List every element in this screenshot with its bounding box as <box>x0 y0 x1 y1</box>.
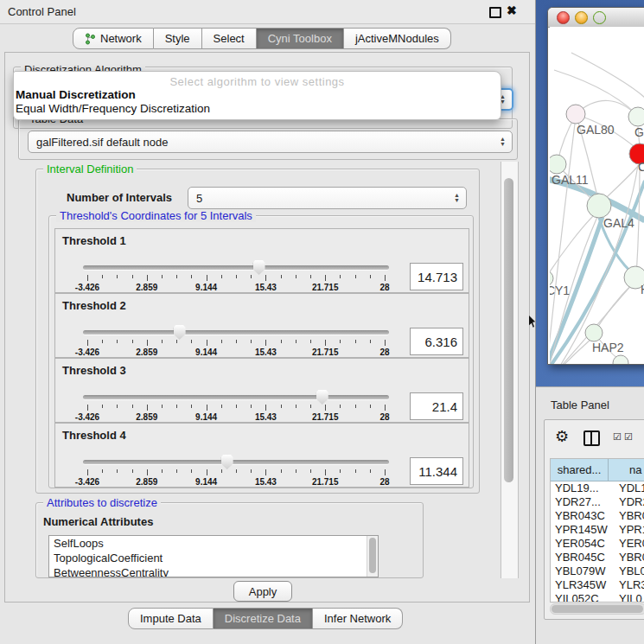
slider-track[interactable] <box>83 265 389 270</box>
threshold-value-input[interactable]: 14.713 <box>410 263 463 290</box>
tick-label: 2.859 <box>136 412 157 422</box>
dropdown-item-equal-width[interactable]: Equal Width/Frequency Discretization <box>16 102 210 115</box>
network-node-label: G <box>634 125 644 139</box>
table-panel-body: ⚙ ☑ ☑ shared...na YDL19...YDL1YDR27...YD… <box>544 419 644 620</box>
table-cell[interactable]: YDL1 <box>612 481 644 495</box>
table-cell[interactable]: YIL052C <box>551 592 612 603</box>
network-node[interactable] <box>587 194 611 218</box>
slider-tick-labels: -3.4262.8599.14415.4321.71528 <box>87 412 385 422</box>
column-header[interactable]: shared... <box>551 459 609 481</box>
tab-infer-network[interactable]: Infer Network <box>313 608 403 629</box>
table-cell[interactable]: YER054C <box>551 537 612 551</box>
tick-label: 15.43 <box>255 283 277 292</box>
table-row[interactable]: YPR145WYPR1 <box>551 523 644 537</box>
table-cell[interactable]: YLR345W <box>551 578 612 592</box>
table-cell[interactable]: YBR043C <box>551 509 612 523</box>
table-cell[interactable]: YLR3 <box>612 578 644 592</box>
tab-cyni-toolbox[interactable]: Cyni Toolbox <box>257 28 344 49</box>
application-window: Control Panel ✖ Network Style Select Cyn… <box>0 0 644 644</box>
table-row[interactable]: YDR27...YDR2 <box>551 495 644 509</box>
tick-label: 28 <box>379 477 389 487</box>
zoom-traffic-light[interactable] <box>593 11 606 24</box>
column-header[interactable]: na <box>609 459 644 481</box>
table-cell[interactable]: YER0 <box>612 537 644 551</box>
tab-select[interactable]: Select <box>202 28 257 49</box>
table-data-combobox[interactable]: galFiltered.sif default node ▲▼ <box>28 131 513 153</box>
tick-label: 9.144 <box>195 283 217 292</box>
horizontal-scrollbar-thumb[interactable] <box>552 605 643 613</box>
dropdown-item-manual[interactable]: Manual Discretization <box>16 88 136 101</box>
table-row[interactable]: YBR045CYBR0 <box>551 551 644 564</box>
close-traffic-light[interactable] <box>557 11 570 24</box>
network-node[interactable] <box>628 107 644 126</box>
table-cell[interactable]: YBL0 <box>612 564 644 578</box>
vertical-scrollbar-thumb[interactable] <box>504 178 513 482</box>
apply-button[interactable]: Apply <box>233 581 292 602</box>
network-node[interactable] <box>550 155 566 174</box>
slider-track[interactable] <box>83 395 389 399</box>
table-cell[interactable]: YBR045C <box>551 551 612 564</box>
network-node[interactable] <box>585 324 603 341</box>
slider-thumb[interactable] <box>253 260 265 275</box>
table-cell[interactable]: YBR0 <box>612 509 644 523</box>
attribute-list-item[interactable]: SelfLoops <box>49 536 378 551</box>
slider-track[interactable] <box>83 460 389 464</box>
table-cell[interactable]: YPR1 <box>612 523 644 537</box>
table-cell[interactable]: YBR0 <box>612 551 644 564</box>
algorithm-dropdown-popup: Select algorithm to view settings Manual… <box>13 71 501 120</box>
horizontal-scrollbar[interactable] <box>550 603 644 615</box>
tick-label: -3.426 <box>75 477 99 487</box>
gear-icon[interactable]: ⚙ <box>555 427 569 446</box>
tab-jactivemnodules[interactable]: jActiveMNodules <box>344 28 451 49</box>
combo-arrows-icon: ▲▼ <box>500 131 506 152</box>
network-window-titlebar[interactable] <box>548 8 644 28</box>
vertical-scrollbar[interactable] <box>501 162 519 578</box>
table-cell[interactable]: YIL0 <box>612 592 644 603</box>
table-cell[interactable]: YDR2 <box>612 495 644 509</box>
tab-discretize-data[interactable]: Discretize Data <box>214 608 313 629</box>
tab-network[interactable]: Network <box>73 28 154 49</box>
checkbox-icon[interactable]: ☑ <box>624 431 633 443</box>
table-cell[interactable]: YBL079W <box>551 564 612 578</box>
bottom-tab-bar: Impute Data Discretize Data Infer Networ… <box>128 608 403 629</box>
table-panel-title: Table Panel <box>551 399 609 411</box>
table-cell[interactable]: YDL19... <box>551 481 612 495</box>
split-columns-icon[interactable] <box>583 430 600 446</box>
table-row[interactable]: YLR345WYLR3 <box>551 578 644 592</box>
threshold-value-input[interactable]: 11.344 <box>410 457 463 485</box>
tab-style[interactable]: Style <box>154 28 202 49</box>
network-canvas[interactable]: GAL80GCGAL11GAL4GCY1HHAP2 <box>550 27 644 364</box>
number-of-intervals-combobox[interactable]: 5 ▲▼ <box>188 187 467 209</box>
table-cell[interactable]: YPR145W <box>551 523 612 537</box>
threshold-slider: Threshold 1 -3.4262.8599.14415.4321.7152… <box>54 228 469 293</box>
group-title: Attributes to discretize <box>43 496 161 509</box>
slider-thumb[interactable] <box>174 325 186 340</box>
table-row[interactable]: YBR043CYBR0 <box>551 509 644 523</box>
network-edge <box>604 164 640 200</box>
slider-thumb[interactable] <box>221 455 233 469</box>
threshold-label: Threshold 3 <box>62 364 126 377</box>
table-row[interactable]: YIL052CYIL0 <box>551 592 644 603</box>
table-row[interactable]: YER054CYER0 <box>551 537 644 551</box>
slider-track[interactable] <box>83 330 389 335</box>
tick-label: 15.43 <box>255 477 277 487</box>
tick-label: 9.144 <box>195 412 217 422</box>
slider-thumb[interactable] <box>316 390 328 405</box>
tab-impute-data[interactable]: Impute Data <box>128 608 214 629</box>
checkbox-icon[interactable]: ☑ <box>613 431 622 443</box>
table-row[interactable]: YBL079WYBL0 <box>551 564 644 578</box>
combo-arrows-icon: ▲▼ <box>454 188 460 208</box>
minimize-traffic-light[interactable] <box>575 11 588 24</box>
list-scrollbar[interactable] <box>367 536 378 577</box>
table-cell[interactable]: YDR27... <box>551 495 612 509</box>
network-node[interactable] <box>566 105 585 124</box>
network-node-label: H <box>641 283 644 296</box>
list-scrollbar-thumb[interactable] <box>369 538 376 573</box>
threshold-value-input[interactable]: 6.316 <box>410 328 463 355</box>
threshold-value-input[interactable]: 21.4 <box>410 392 463 420</box>
close-icon[interactable]: ✖ <box>507 3 517 17</box>
table-row[interactable]: YDL19...YDL1 <box>551 481 644 495</box>
attribute-list-item[interactable]: TopologicalCoefficient <box>49 551 378 565</box>
attribute-list-item[interactable]: BetweennessCentrality <box>49 565 378 577</box>
float-window-icon[interactable] <box>489 7 501 18</box>
